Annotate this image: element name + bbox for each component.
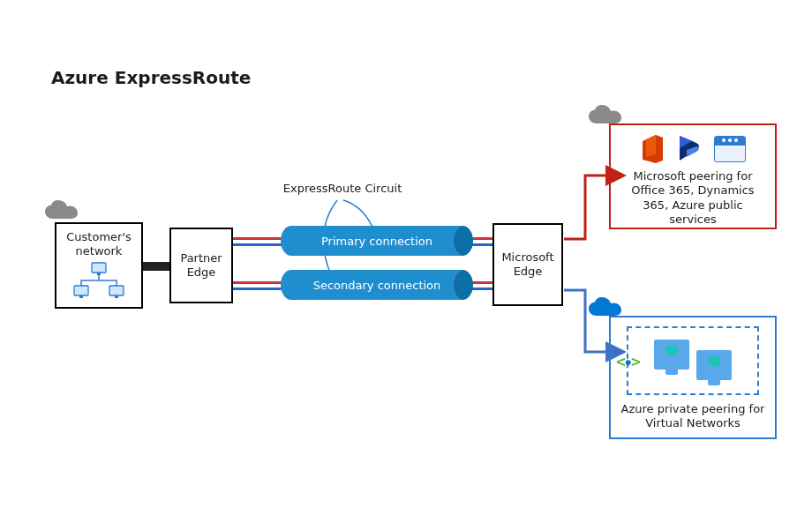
connector-customer-partner bbox=[143, 262, 169, 271]
browser-icon bbox=[714, 136, 746, 162]
svg-rect-0 bbox=[92, 263, 106, 273]
dynamics-365-icon bbox=[677, 134, 702, 164]
microsoft-peering-box: Microsoft peering for Office 365, Dynami… bbox=[609, 123, 777, 229]
partner-edge-label: Partner Edge bbox=[175, 251, 228, 280]
primary-connection-cylinder: Primary connection bbox=[281, 226, 473, 256]
virtual-machine-icon bbox=[696, 350, 732, 380]
svg-rect-4 bbox=[79, 295, 83, 298]
microsoft-edge-box: Microsoft Edge bbox=[492, 223, 563, 306]
svg-rect-3 bbox=[97, 273, 101, 275]
secondary-connection-cylinder: Secondary connection bbox=[281, 270, 473, 300]
partner-edge-box: Partner Edge bbox=[169, 228, 233, 303]
svg-rect-1 bbox=[74, 286, 88, 295]
customer-network-box: Customer's network bbox=[55, 222, 143, 309]
office-365-icon bbox=[640, 134, 665, 164]
virtual-machine-icon bbox=[654, 340, 689, 370]
lan-icon bbox=[70, 262, 128, 301]
peering-icon: <●> bbox=[616, 352, 641, 370]
svg-rect-2 bbox=[109, 286, 124, 295]
svg-rect-5 bbox=[115, 295, 118, 298]
private-peering-box: <●> Azure private peering for Virtual Ne… bbox=[609, 316, 777, 439]
secondary-connection-label: Secondary connection bbox=[313, 279, 441, 292]
primary-connection-label: Primary connection bbox=[321, 235, 432, 248]
cloud-gray-icon bbox=[42, 199, 81, 224]
customer-network-label: Customer's network bbox=[60, 230, 138, 259]
microsoft-peering-text: Microsoft peering for Office 365, Dynami… bbox=[611, 169, 775, 227]
microsoft-edge-label: Microsoft Edge bbox=[498, 250, 558, 280]
circuit-label: ExpressRoute Circuit bbox=[276, 182, 409, 196]
diagram-title: Azure ExpressRoute bbox=[51, 67, 251, 88]
private-peering-text: Azure private peering for Virtual Networ… bbox=[611, 402, 775, 431]
